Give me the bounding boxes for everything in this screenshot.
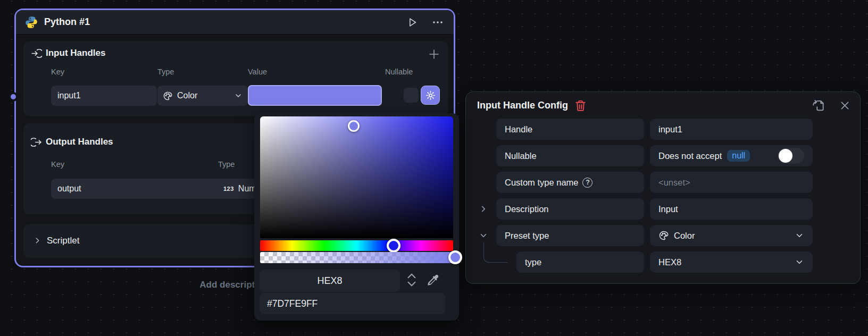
detach-page-icon (812, 98, 825, 112)
handle-key-input[interactable] (51, 179, 226, 199)
expand-chevron-right-icon[interactable] (478, 204, 489, 214)
null-badge: null (727, 150, 750, 162)
expand-chevron-down-icon[interactable] (478, 230, 489, 241)
color-picker-popup: HEX8 (254, 113, 459, 321)
nullable-checkbox[interactable] (404, 88, 419, 103)
help-icon[interactable]: ? (582, 178, 592, 188)
handle-settings-button[interactable] (421, 86, 440, 105)
python-icon (24, 15, 38, 29)
config-row-label: Description (496, 198, 644, 220)
handle-type-select[interactable]: Color (157, 86, 248, 106)
section-title-output-handles: Output Handles (46, 137, 113, 147)
node-header[interactable]: Python #1 (16, 10, 454, 35)
color-format-value: HEX8 (317, 275, 342, 287)
section-title-scriptlet: Scriptlet (47, 236, 79, 246)
eyedropper-icon (425, 273, 440, 288)
alpha-slider[interactable] (260, 252, 453, 263)
chevron-down-icon (406, 280, 418, 288)
tree-connector (483, 242, 507, 263)
config-row-value[interactable]: Input (650, 198, 813, 220)
node-connection-handle[interactable] (9, 92, 18, 102)
column-label-type: Type (218, 160, 235, 169)
close-icon (839, 100, 850, 111)
type-select-value: Color (177, 91, 197, 100)
hex-color-input[interactable] (260, 293, 445, 314)
config-row-value[interactable]: input1 (650, 119, 813, 140)
chevron-right-icon[interactable] (33, 236, 42, 245)
column-label-type: Type (157, 68, 174, 76)
input-handles-section: Input Handles Key Type Value Nullable Co… (23, 41, 448, 116)
config-header: Input Handle Config (466, 92, 860, 116)
detach-panel-button[interactable] (812, 98, 825, 112)
config-row-label: Preset type (496, 225, 644, 246)
eyedropper-button[interactable] (425, 273, 440, 288)
close-panel-button[interactable] (839, 100, 850, 111)
delete-handle-button[interactable] (574, 99, 587, 112)
run-node-button[interactable] (406, 16, 418, 28)
plus-icon (428, 48, 440, 61)
section-title-input-handles: Input Handles (46, 48, 105, 58)
gear-icon (425, 90, 436, 101)
palette-icon (163, 91, 173, 101)
config-row-label: type (516, 251, 644, 273)
config-title: Input Handle Config (477, 100, 568, 111)
hue-slider[interactable] (260, 240, 453, 251)
config-row-label: Handle (496, 119, 644, 140)
hue-handle[interactable] (387, 239, 400, 253)
handle-key-input[interactable] (51, 86, 157, 106)
chevron-down-icon (795, 257, 804, 267)
node-title: Python #1 (44, 16, 90, 28)
alpha-handle[interactable] (448, 250, 462, 264)
color-subtype-select[interactable]: HEX8 (650, 251, 813, 273)
ellipsis-icon (431, 16, 444, 29)
play-icon (406, 16, 418, 28)
chevron-up-icon (406, 272, 418, 280)
add-input-handle-button[interactable] (428, 48, 440, 61)
toggle-knob (779, 149, 792, 163)
preset-type-select[interactable]: Color (650, 225, 813, 246)
input-handles-icon (31, 48, 42, 59)
column-label-nullable: Nullable (385, 68, 413, 76)
column-label-value: Value (248, 68, 267, 76)
config-row-label: Nullable (496, 145, 644, 166)
flow-editor-canvas[interactable]: Python #1 Input Handles Key Type Value N… (0, 0, 868, 336)
node-menu-button[interactable] (431, 16, 444, 29)
saturation-handle[interactable] (348, 120, 360, 132)
config-row-label: Custom type name ? (496, 172, 644, 193)
number-type-icon: 123 (223, 186, 234, 192)
chevron-down-icon (234, 91, 243, 100)
trash-icon (574, 99, 587, 112)
output-handles-icon (31, 137, 42, 148)
value-color-swatch[interactable] (248, 85, 382, 106)
nullable-toggle[interactable] (778, 148, 804, 164)
column-label-key: Key (51, 160, 64, 169)
config-row-value: Does not accept null (650, 145, 813, 166)
column-label-key: Key (51, 68, 64, 76)
chevron-down-icon (795, 231, 804, 240)
input-handle-config-panel: Input Handle Config Handle input1 Nullab… (465, 91, 861, 284)
palette-icon (658, 230, 669, 241)
config-row-value[interactable]: <unset> (650, 172, 813, 193)
color-format-select[interactable]: HEX8 (260, 270, 400, 292)
format-stepper[interactable] (406, 272, 418, 288)
saturation-area[interactable] (260, 116, 453, 238)
